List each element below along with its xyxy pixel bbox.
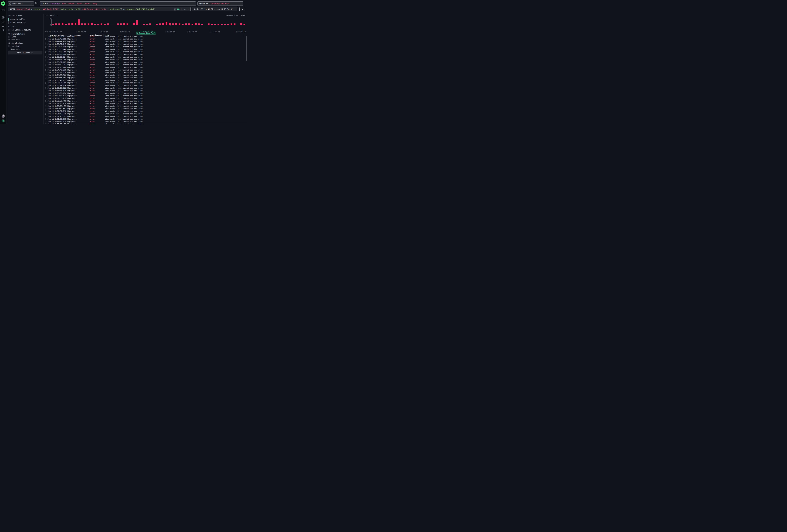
- help-button[interactable]: ?: [2, 114, 5, 118]
- table-row[interactable]: Jun 11 1:56:08.948 PMpaymenterrorVisa ca…: [44, 46, 246, 48]
- table-row[interactable]: Jun 11 1:55:16.296 PMpaymenterrorVisa ca…: [44, 59, 246, 61]
- table-row[interactable]: Jun 11 1:51:39.115 PMpaymenterrorVisa ca…: [44, 118, 246, 121]
- denoise-results-toggle[interactable]: Denoise Results: [8, 29, 42, 31]
- table-row[interactable]: Jun 11 1:52:35.232 PMpaymenterrorVisa ca…: [44, 97, 246, 100]
- resume-live-tail-button[interactable]: Resume Live Tail: [136, 31, 156, 35]
- table-row[interactable]: Jun 11 1:55:59.760 PMpaymenterrorVisa ca…: [44, 51, 246, 53]
- source-settings-gear-icon[interactable]: ⚙: [35, 2, 37, 4]
- table-row[interactable]: Jun 11 1:54:06.953 PMpaymenterrorVisa ca…: [44, 77, 246, 79]
- search-logs-icon[interactable]: [2, 16, 5, 19]
- table-row[interactable]: Jun 11 1:51:31.415 PMpaymenterrorVisa ca…: [44, 121, 246, 123]
- table-row[interactable]: Jun 11 1:56:51.975 PMpaymenterrorVisa ca…: [44, 36, 246, 38]
- expand-chevron-icon[interactable]: [45, 121, 46, 123]
- info-checkbox[interactable]: [8, 36, 10, 38]
- table-row[interactable]: Jun 11 1:54:26.230 PMpaymenterrorVisa ca…: [44, 71, 246, 74]
- expand-chevron-icon[interactable]: [45, 113, 46, 115]
- expand-chevron-icon[interactable]: [45, 105, 46, 107]
- panel-toggle-icon[interactable]: [2, 9, 5, 12]
- vertical-scrollbar-thumb[interactable]: [246, 36, 247, 61]
- user-avatar[interactable]: U: [2, 119, 5, 123]
- source-select[interactable]: Demo Logs: [8, 1, 34, 6]
- expand-chevron-icon[interactable]: [45, 95, 46, 97]
- load-more-severitytext[interactable]: Load more: [8, 38, 42, 41]
- table-row[interactable]: Jun 11 1:53:24.274 PMpaymenterrorVisa ca…: [44, 84, 246, 87]
- expand-chevron-icon[interactable]: [45, 98, 46, 99]
- select-query-input[interactable]: SELECT Timestamp, ServiceName, SeverityT…: [40, 1, 196, 6]
- expand-chevron-icon[interactable]: [45, 56, 46, 58]
- expand-chevron-icon[interactable]: [45, 36, 46, 37]
- table-row[interactable]: Jun 11 1:54:40.218 PMpaymenterrorVisa ca…: [44, 69, 246, 71]
- expand-chevron-icon[interactable]: [45, 51, 46, 53]
- expand-chevron-icon[interactable]: [45, 119, 46, 120]
- table-row[interactable]: Jun 11 1:56:38.534 PMpaymenterrorVisa ca…: [44, 40, 246, 43]
- table-row[interactable]: Jun 11 1:53:00.676 PMpaymenterrorVisa ca…: [44, 92, 246, 94]
- table-row[interactable]: Jun 11 1:52:51.824 PMpaymenterrorVisa ca…: [44, 94, 246, 97]
- search-icon[interactable]: [8, 33, 10, 35]
- table-row[interactable]: Jun 11 1:55:51.448 PMpaymenterrorVisa ca…: [44, 54, 246, 56]
- table-row[interactable]: Jun 11 1:52:25.630 PMpaymenterrorVisa ca…: [44, 102, 246, 105]
- table-row[interactable]: Jun 11 1:52:30.469 PMpaymenterrorVisa ca…: [44, 100, 246, 102]
- laptop-sessions-icon[interactable]: [2, 25, 5, 27]
- dashboard-icon[interactable]: [2, 29, 5, 32]
- expand-chevron-icon[interactable]: [45, 103, 46, 104]
- load-more-servicename[interactable]: Load more: [8, 48, 42, 50]
- mode-sql[interactable]: SQL: [177, 8, 180, 10]
- chart-icon[interactable]: [2, 20, 5, 23]
- table-row[interactable]: Jun 11 1:55:39.324 PMpaymenterrorVisa ca…: [44, 56, 246, 58]
- table-row[interactable]: Jun 11 1:52:19.473 PMpaymenterrorVisa ca…: [44, 105, 246, 107]
- table-row[interactable]: Jun 11 1:55:07.827 PMpaymenterrorVisa ca…: [44, 61, 246, 64]
- expand-chevron-icon[interactable]: [45, 41, 46, 42]
- table-row[interactable]: Jun 11 1:51:43.121 PMpaymenterrorVisa ca…: [44, 115, 246, 118]
- results-histogram[interactable]: 8 0 Jun 11 1:41:45 PM1:44:00 PM1:45:45 P…: [52, 19, 245, 25]
- expand-chevron-icon[interactable]: [45, 72, 46, 73]
- expand-chevron-icon[interactable]: [45, 46, 46, 48]
- table-row[interactable]: Jun 11 1:53:05.578 PMpaymenterrorVisa ca…: [44, 89, 246, 92]
- more-filters-button[interactable]: More filters: [8, 51, 42, 55]
- expand-chevron-icon[interactable]: [45, 85, 46, 86]
- expand-chevron-icon[interactable]: [45, 77, 46, 79]
- expand-chevron-icon[interactable]: [45, 67, 46, 68]
- expand-chevron-icon[interactable]: [45, 38, 46, 40]
- expand-chevron-icon[interactable]: [45, 90, 46, 91]
- table-row[interactable]: Jun 11 1:56:32.843 PMpaymenterrorVisa ca…: [44, 43, 246, 45]
- expand-chevron-icon[interactable]: [45, 116, 46, 117]
- table-row[interactable]: Jun 11 1:53:41.873 PMpaymenterrorVisa ca…: [44, 79, 246, 82]
- table-row[interactable]: Jun 11 1:53:10.922 PMpaymenterrorVisa ca…: [44, 87, 246, 89]
- expand-chevron-icon[interactable]: [45, 100, 46, 102]
- table-row[interactable]: Jun 11 1:51:47.229 PMpaymenterrorVisa ca…: [44, 113, 246, 115]
- where-query-input[interactable]: WHERE SeverityText = 'error' AND Body IL…: [8, 7, 191, 11]
- table-row[interactable]: Jun 11 1:51:22.457 PMpaymenterrorVisa ca…: [44, 123, 246, 124]
- expand-chevron-icon[interactable]: [45, 123, 46, 124]
- expand-chevron-icon[interactable]: [45, 69, 46, 71]
- sidebar-item-event-patterns[interactable]: Event Patterns: [8, 21, 42, 24]
- expand-chevron-icon[interactable]: [45, 87, 46, 89]
- table-row[interactable]: Jun 11 1:52:02.581 PMpaymenterrorVisa ca…: [44, 107, 246, 110]
- table-row[interactable]: Jun 11 1:54:09.906 PMpaymenterrorVisa ca…: [44, 74, 246, 77]
- date-range-picker[interactable]: Jun 11 13:41:52 - Jun 11 13:56:52: [192, 7, 237, 11]
- sidebar-item-results-table[interactable]: Results Table: [8, 18, 42, 21]
- table-row[interactable]: Jun 11 1:56:03.248 PMpaymenterrorVisa ca…: [44, 48, 246, 51]
- table-row[interactable]: Jun 11 1:54:52.241 PMpaymenterrorVisa ca…: [44, 64, 246, 66]
- denoise-checkbox[interactable]: [8, 29, 10, 31]
- expand-chevron-icon[interactable]: [45, 80, 46, 81]
- run-query-button[interactable]: [239, 7, 245, 11]
- checkout-checkbox[interactable]: [8, 45, 10, 47]
- search-icon[interactable]: [8, 42, 10, 44]
- table-row[interactable]: Jun 11 1:56:42.995 PMpaymenterrorVisa ca…: [44, 38, 246, 40]
- expand-chevron-icon[interactable]: [45, 43, 46, 45]
- expand-chevron-icon[interactable]: [45, 49, 46, 50]
- filter-option-checkout[interactable]: checkout: [8, 45, 42, 47]
- expand-chevron-icon[interactable]: [45, 62, 46, 63]
- mode-lucene[interactable]: Lucene: [183, 8, 189, 10]
- expand-chevron-icon[interactable]: [45, 64, 46, 66]
- table-row[interactable]: Jun 11 1:54:43.948 PMpaymenterrorVisa ca…: [44, 66, 246, 69]
- table-row[interactable]: Jun 11 1:53:26.250 PMpaymenterrorVisa ca…: [44, 82, 246, 84]
- expand-chevron-icon[interactable]: [45, 110, 46, 112]
- expand-chevron-icon[interactable]: [45, 54, 46, 56]
- expand-chevron-icon[interactable]: [45, 75, 46, 76]
- filter-option-info[interactable]: info: [8, 36, 42, 38]
- orderby-query-input[interactable]: ORDER BY TimestampTime DESC: [197, 1, 243, 6]
- expand-chevron-icon[interactable]: [45, 108, 46, 109]
- table-row[interactable]: Jun 11 1:51:57.712 PMpaymenterrorVisa ca…: [44, 110, 246, 112]
- expand-chevron-icon[interactable]: [45, 92, 46, 94]
